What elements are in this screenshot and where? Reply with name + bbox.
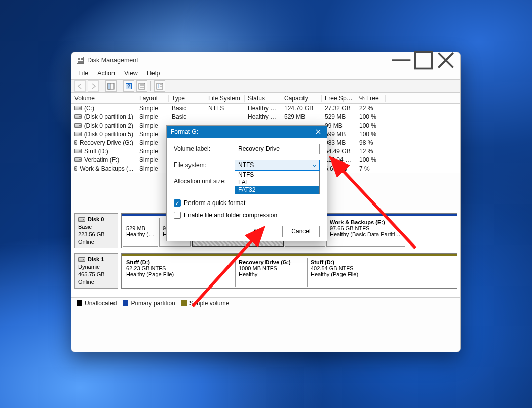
file-system-combobox[interactable]: NTFS NTFSFATFAT32 [235, 160, 320, 171]
svg-rect-6 [140, 84, 144, 86]
refresh-button[interactable] [136, 80, 147, 92]
col-filesystem[interactable]: File System [205, 95, 245, 102]
window-title: Disk Management [87, 57, 138, 64]
compression-label: Enable file and folder compression [184, 212, 277, 219]
drive-icon [74, 166, 77, 171]
dialog-titlebar[interactable]: Format G: [167, 126, 327, 138]
volume-list-header[interactable]: Volume Layout Type File System Status Ca… [71, 93, 460, 104]
legend-swatch [181, 300, 187, 306]
minimize-button[interactable] [390, 53, 412, 67]
help-button[interactable]: ? [123, 80, 134, 92]
disk-management-icon [77, 57, 84, 64]
dialog-title: Format G: [171, 128, 198, 135]
drive-icon [78, 217, 85, 222]
toolbar-separator [150, 81, 151, 91]
maximize-button[interactable] [412, 53, 435, 67]
col-capacity[interactable]: Capacity [281, 95, 322, 102]
close-button[interactable] [435, 53, 457, 67]
quick-format-label: Perform a quick format [184, 199, 245, 207]
drive-icon [74, 123, 82, 128]
svg-rect-2 [108, 83, 110, 89]
legend-item: Simple volume [181, 300, 230, 307]
svg-rect-0 [415, 52, 432, 69]
toolbar-separator [102, 81, 102, 91]
svg-rect-10 [160, 84, 162, 85]
legend-swatch [77, 300, 82, 306]
partition-box[interactable]: 529 MBHealthy (Reco [123, 218, 158, 247]
partition-box[interactable]: Work & Backups (E:)97.66 GB NTFSHealthy … [326, 218, 405, 247]
file-system-label: File system: [174, 161, 229, 169]
col-volume[interactable]: Volume [71, 95, 136, 102]
svg-text:?: ? [127, 84, 130, 89]
file-system-value: NTFS [238, 161, 254, 169]
drive-icon [74, 140, 77, 145]
partition-box[interactable]: Stuff (D:)62.23 GB NTFSHealthy (Page Fil… [123, 258, 234, 287]
disk-block: Disk 1Dynamic465.75 GBOnlineStuff (D:)62… [74, 253, 457, 288]
legend-swatch [123, 300, 128, 306]
svg-rect-5 [139, 83, 145, 89]
drive-icon [74, 149, 82, 153]
toolbar: ? [71, 79, 460, 93]
col-type[interactable]: Type [169, 95, 205, 102]
compression-checkbox[interactable] [174, 212, 181, 219]
col-free[interactable]: Free Spa... [322, 95, 356, 102]
partition-band [122, 254, 457, 256]
filesystem-option[interactable]: FAT [235, 179, 319, 186]
menu-action[interactable]: Action [93, 68, 120, 79]
forward-button[interactable] [88, 80, 99, 92]
volume-row[interactable]: (C:)SimpleBasicNTFSHealthy (B...124.70 G… [71, 104, 460, 112]
filesystem-option[interactable]: NTFS [235, 171, 319, 179]
volume-label-input[interactable] [235, 144, 320, 154]
disk-label[interactable]: Disk 1Dynamic465.75 GBOnline [74, 253, 118, 288]
ok-button[interactable]: OK [240, 226, 277, 237]
file-system-dropdown[interactable]: NTFSFATFAT32 [235, 171, 320, 194]
svg-rect-7 [140, 87, 144, 88]
menu-help[interactable]: Help [142, 68, 165, 79]
titlebar[interactable]: Disk Management [71, 52, 460, 68]
menu-file[interactable]: File [73, 68, 93, 79]
svg-rect-9 [158, 84, 159, 88]
partition-box[interactable]: Stuff (D:)402.54 GB NTFSHealthy (Page Fi… [307, 258, 406, 287]
legend: UnallocatedPrimary partitionSimple volum… [71, 297, 460, 309]
drive-icon [74, 157, 82, 162]
filesystem-option[interactable]: FAT32 [235, 186, 319, 194]
drive-icon [74, 114, 82, 119]
disk-label[interactable]: Disk 0Basic223.56 GBOnline [74, 213, 118, 248]
legend-item: Unallocated [77, 300, 117, 307]
toolbar-separator [120, 81, 120, 91]
properties-button[interactable] [154, 80, 165, 92]
back-button[interactable] [74, 80, 86, 92]
drive-icon [74, 132, 82, 136]
show-hide-button[interactable] [105, 80, 117, 92]
legend-item: Primary partition [123, 300, 175, 307]
disk-strip: Stuff (D:)62.23 GB NTFSHealthy (Page Fil… [121, 253, 457, 288]
menu-bar: File Action View Help [71, 68, 460, 79]
partition-box[interactable]: Recovery Drive (G:)1000 MB NTFSHealthy [235, 258, 306, 287]
cancel-button[interactable]: Cancel [282, 226, 320, 237]
col-status[interactable]: Status [245, 95, 281, 102]
drive-icon [78, 257, 85, 262]
drive-icon [74, 106, 82, 110]
volume-row[interactable]: (Disk 0 partition 1)SimpleBasicHealthy (… [71, 112, 460, 121]
alloc-size-label: Allocation unit size: [174, 178, 229, 185]
svg-rect-11 [160, 86, 162, 87]
menu-view[interactable]: View [120, 68, 142, 79]
col-layout[interactable]: Layout [136, 95, 169, 102]
col-pctfree[interactable]: % Free [356, 95, 386, 102]
format-dialog: Format G: Volume label: File system: NTF… [166, 125, 327, 241]
dialog-close-button[interactable] [314, 127, 323, 136]
quick-format-checkbox[interactable] [174, 199, 181, 207]
volume-label-label: Volume label: [174, 145, 229, 152]
